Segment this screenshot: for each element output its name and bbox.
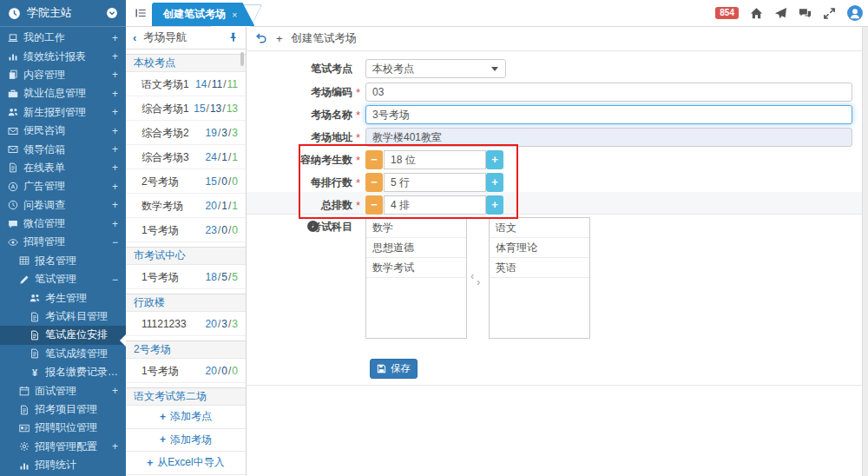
collapse-sidebar-icon[interactable] [106, 7, 118, 19]
nav-room-item[interactable]: 语文考场114/11/11 [126, 72, 246, 96]
tab-close-icon[interactable]: × [232, 10, 237, 20]
expand-toggle-icon[interactable]: + [112, 218, 118, 230]
sidebar-item-recruit-config[interactable]: 招聘管理配置+ [0, 438, 126, 456]
pin-icon[interactable] [228, 32, 239, 43]
user-avatar[interactable] [847, 5, 863, 21]
per-row-minus-button[interactable]: − [365, 173, 383, 192]
sidebar-item-recruit-stats[interactable]: 招聘统计 [0, 456, 126, 474]
sidebar-item-label: 招聘统计 [35, 458, 118, 473]
nav-action-add-room[interactable]: +添加考场 [126, 429, 246, 453]
sidebar-item-signup-mgmt[interactable]: 报名管理 [0, 252, 126, 270]
expand-toggle-icon[interactable]: + [112, 125, 118, 137]
sidebar-item-signup-payment-records[interactable]: ¥报名缴费记录管理 [0, 363, 126, 381]
collapse-panel-icon[interactable]: ‹ [133, 31, 136, 44]
sidebar-item-survey[interactable]: 问卷调查+ [0, 196, 126, 215]
nav-room-item[interactable]: 综合考场115/13/13 [126, 96, 246, 121]
total-rows-minus-button[interactable]: − [365, 195, 383, 215]
subject-item[interactable]: 数学考试 [366, 258, 466, 278]
notification-badge[interactable]: 854 [715, 7, 739, 19]
expand-toggle-icon[interactable]: − [112, 236, 118, 248]
sidebar-item-wechat-mgmt[interactable]: 微信管理+ [0, 215, 126, 233]
expand-toggle-icon[interactable]: + [112, 199, 118, 211]
nav-room-item[interactable]: 1号考场18/5/5 [126, 265, 246, 289]
sidebar-item-examinee-mgmt[interactable]: 考生管理 [0, 288, 126, 307]
home-icon[interactable] [750, 7, 763, 20]
doc-icon [30, 330, 40, 340]
expand-toggle-icon[interactable]: + [112, 32, 118, 44]
expand-toggle-icon[interactable]: + [112, 69, 118, 81]
sidebar-item-freshman-registration[interactable]: 新生报到管理+ [0, 103, 126, 122]
required-marker: * [356, 195, 360, 216]
nav-room-item[interactable]: 数学考场20/1/1 [126, 194, 246, 218]
subject-item[interactable]: 数学 [366, 218, 466, 238]
nav-action-import-excel[interactable]: +从Excel中导入 [126, 452, 246, 475]
subject-item[interactable]: 英语 [490, 258, 589, 278]
sidebar-item-recruit-mgmt[interactable]: 招聘管理− [0, 233, 126, 251]
expand-toggle-icon[interactable]: + [112, 143, 118, 155]
capacity-minus-button[interactable]: − [365, 150, 383, 169]
nav-action-add-site[interactable]: +添加考点 [126, 406, 246, 429]
tab-create-written-exam-room[interactable]: 创建笔试考场 × [152, 3, 254, 26]
subject-item[interactable]: 体育理论 [490, 238, 589, 258]
sidebar-item-written-exam-score-mgmt[interactable]: 笔试成绩管理 [0, 345, 126, 363]
nav-room-item[interactable]: 1号考场23/0/0 [126, 218, 246, 242]
expand-toggle-icon[interactable]: + [112, 50, 118, 63]
nav-room-item[interactable]: 1112123320/3/3 [126, 312, 246, 336]
sidebar-item-label: 招聘职位管理 [35, 420, 118, 435]
total-rows-input[interactable] [384, 195, 486, 215]
sidebar-item-my-work[interactable]: 我的工作+ [0, 29, 126, 47]
nav-room-item[interactable]: 综合考场219/3/3 [126, 121, 246, 145]
sidebar-item-employment-info-mgmt[interactable]: 就业信息管理+ [0, 84, 126, 102]
sidebar-item-performance-report[interactable]: 绩效统计报表+ [0, 47, 126, 65]
nav-toggle-icon[interactable] [134, 7, 148, 19]
subjects-selected-listbox[interactable]: 语文体育理论英语 [489, 217, 590, 339]
sidebar-item-recruit-position-mgmt[interactable]: 招聘职位管理 [0, 419, 126, 437]
sidebar-item-online-forms[interactable]: 在线表单+ [0, 159, 126, 177]
expand-toggle-icon[interactable]: + [112, 106, 118, 118]
exam-site-select[interactable]: 本校考点 [365, 59, 506, 78]
expand-toggle-icon[interactable]: + [112, 88, 118, 100]
room-code-input[interactable] [365, 83, 852, 102]
total-rows-label: 总排数 [247, 195, 352, 215]
count-capacity: 20 [206, 200, 217, 212]
subjects-available-listbox[interactable]: 数学思想道德数学考试 [365, 217, 467, 339]
room-name-input[interactable] [365, 105, 852, 124]
sidebar-item-written-exam-mgmt[interactable]: 笔试管理− [0, 270, 126, 288]
expand-icon[interactable] [823, 7, 836, 20]
sidebar-item-convenience-consult[interactable]: 便民咨询+ [0, 122, 126, 140]
paper-plane-icon[interactable] [774, 7, 787, 20]
per-row-input[interactable] [384, 173, 486, 192]
sidebar-item-ad-mgmt[interactable]: 广告管理+ [0, 177, 126, 195]
expand-toggle-icon[interactable]: + [112, 385, 118, 397]
sidebar-item-interview-mgmt[interactable]: 面试管理+ [0, 381, 126, 400]
total-rows-plus-button[interactable]: + [486, 195, 503, 215]
subject-item[interactable]: 思想道德 [366, 238, 466, 258]
nav-room-item[interactable]: 2号考场15/0/0 [126, 169, 246, 194]
back-undo-icon[interactable] [255, 32, 267, 44]
count-capacity: 18 [206, 271, 217, 283]
save-button[interactable]: 保存 [370, 359, 418, 379]
expand-toggle-icon[interactable]: + [112, 440, 118, 453]
expand-toggle-icon[interactable]: − [112, 274, 118, 286]
sidebar-item-content-mgmt[interactable]: 内容管理+ [0, 66, 126, 84]
per-row-plus-button[interactable]: + [486, 173, 503, 192]
sidebar-item-written-exam-seat-arrangement[interactable]: 笔试座位安排 [0, 326, 126, 344]
sidebar-item-recruit-project-mgmt[interactable]: 招考项目管理 [0, 400, 126, 419]
nav-room-item[interactable]: 1号考场20/0/0 [126, 359, 246, 383]
nav-section-label: 行政楼 [134, 296, 165, 308]
count-capacity: 20 [206, 318, 217, 330]
brand-header[interactable]: 学院主站 [0, 0, 126, 27]
expand-toggle-icon[interactable]: + [112, 181, 118, 193]
panel-scrollbar[interactable] [240, 52, 244, 66]
count-capacity: 15 [206, 175, 217, 188]
subject-item[interactable]: 语文 [490, 218, 589, 238]
capacity-input[interactable] [384, 150, 486, 169]
sidebar-item-leader-mailbox[interactable]: 领导信箱+ [0, 140, 126, 158]
nav-room-list: 本校考点语文考场114/11/11综合考场115/13/13综合考场219/3/… [126, 54, 246, 406]
sidebar-item-exam-subject-mgmt[interactable]: 考试科目管理 [0, 307, 126, 326]
room-address-input[interactable] [365, 128, 852, 147]
expand-toggle-icon[interactable]: + [112, 162, 118, 174]
comments-icon[interactable] [799, 7, 812, 20]
capacity-plus-button[interactable]: + [486, 150, 503, 169]
nav-room-item[interactable]: 综合考场324/1/1 [126, 145, 246, 169]
